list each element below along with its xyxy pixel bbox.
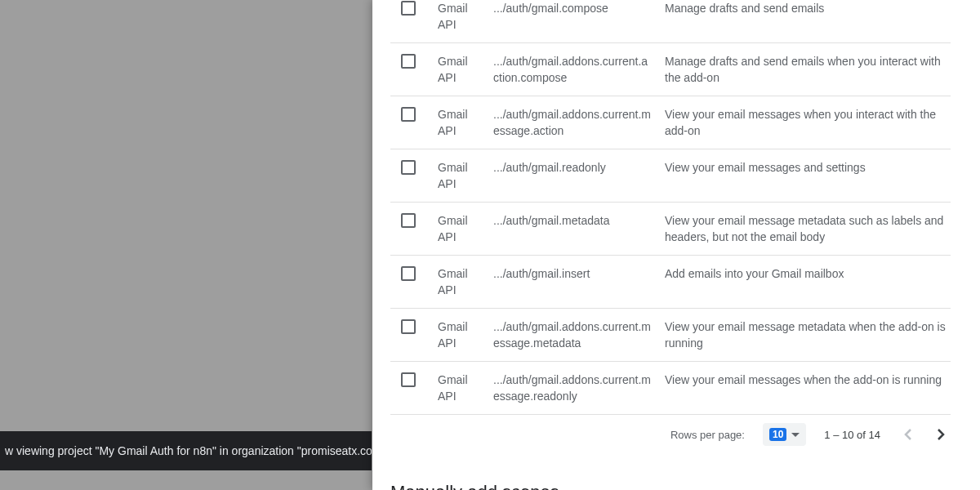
row-checkbox[interactable] <box>401 213 416 228</box>
row-checkbox[interactable] <box>401 266 416 281</box>
table-row: Gmail API .../auth/gmail.addons.current.… <box>390 309 951 362</box>
api-cell: Gmail API <box>438 265 482 298</box>
scope-cell: .../auth/gmail.metadata <box>493 212 653 229</box>
toast-message: w viewing project "My Gmail Auth for n8n… <box>5 444 372 457</box>
table-row: Gmail API .../auth/gmail.addons.current.… <box>390 43 951 96</box>
table-row: Gmail API .../auth/gmail.addons.current.… <box>390 362 951 415</box>
manual-scopes-heading: Manually add scopes <box>390 482 951 490</box>
table-row: Gmail API .../auth/gmail.addons.current.… <box>390 96 951 149</box>
row-checkbox[interactable] <box>401 319 416 334</box>
row-checkbox[interactable] <box>401 54 416 69</box>
desc-cell: View your email message metadata such as… <box>665 212 951 245</box>
desc-cell: Manage drafts and send emails when you i… <box>665 53 951 86</box>
table-row: Gmail API .../auth/gmail.insert Add emai… <box>390 256 951 309</box>
api-cell: Gmail API <box>438 212 482 245</box>
desc-cell: Manage drafts and send emails <box>665 0 951 16</box>
desc-cell: View your email message metadata when th… <box>665 318 951 351</box>
table-row: Gmail API .../auth/gmail.compose Manage … <box>390 0 951 43</box>
scope-cell: .../auth/gmail.compose <box>493 0 653 16</box>
table-row: Gmail API .../auth/gmail.metadata View y… <box>390 203 951 256</box>
status-toast: w viewing project "My Gmail Auth for n8n… <box>0 431 372 470</box>
scope-cell: .../auth/gmail.insert <box>493 265 653 282</box>
desc-cell: Add emails into your Gmail mailbox <box>665 265 951 282</box>
chevron-down-icon <box>791 433 800 437</box>
api-cell: Gmail API <box>438 318 482 351</box>
rows-per-page-select[interactable]: 10 <box>763 423 806 446</box>
scopes-panel: Gmail API .../auth/gmail.compose Manage … <box>372 0 980 490</box>
row-checkbox[interactable] <box>401 1 416 16</box>
row-checkbox[interactable] <box>401 372 416 387</box>
desc-cell: View your email messages when you intera… <box>665 106 951 139</box>
prev-page-button[interactable] <box>898 425 918 444</box>
desc-cell: View your email messages and settings <box>665 159 951 176</box>
scope-cell: .../auth/gmail.addons.current.action.com… <box>493 53 653 86</box>
scope-cell: .../auth/gmail.addons.current.message.ac… <box>493 106 653 139</box>
api-cell: Gmail API <box>438 53 482 86</box>
next-page-button[interactable] <box>931 425 951 444</box>
api-cell: Gmail API <box>438 0 482 33</box>
scope-cell: .../auth/gmail.addons.current.message.re… <box>493 372 653 404</box>
page-range: 1 – 10 of 14 <box>824 429 880 441</box>
table-pagination: Rows per page: 10 1 – 10 of 14 <box>390 415 951 446</box>
scopes-table: Gmail API .../auth/gmail.compose Manage … <box>390 0 951 415</box>
scope-cell: .../auth/gmail.addons.current.message.me… <box>493 318 653 351</box>
scope-cell: .../auth/gmail.readonly <box>493 159 653 176</box>
table-row: Gmail API .../auth/gmail.readonly View y… <box>390 149 951 203</box>
row-checkbox[interactable] <box>401 160 416 175</box>
api-cell: Gmail API <box>438 372 482 404</box>
desc-cell: View your email messages when the add-on… <box>665 372 951 388</box>
api-cell: Gmail API <box>438 106 482 139</box>
page-size-value: 10 <box>769 428 786 441</box>
rows-per-page-label: Rows per page: <box>670 429 745 441</box>
row-checkbox[interactable] <box>401 107 416 122</box>
api-cell: Gmail API <box>438 159 482 192</box>
